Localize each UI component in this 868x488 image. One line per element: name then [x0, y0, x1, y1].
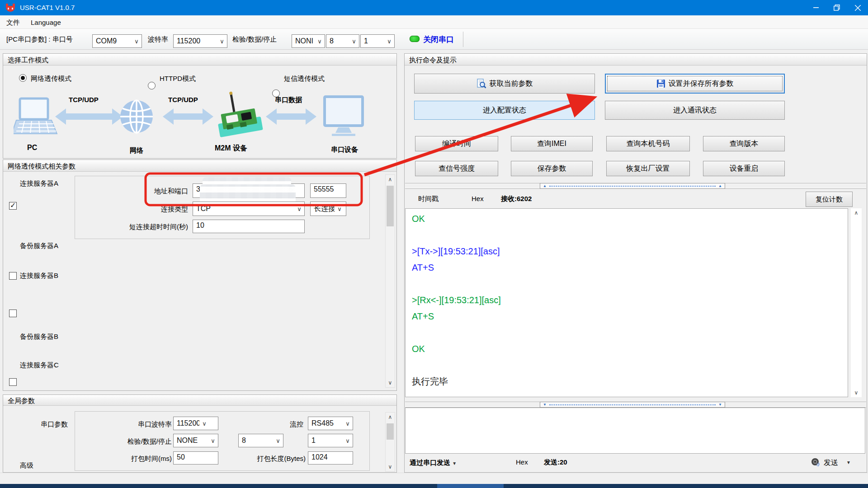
send-speaker-icon: [810, 456, 822, 468]
parity-select[interactable]: NONI∨: [292, 34, 325, 48]
compile-time-button[interactable]: 编译时间: [415, 136, 498, 151]
node-label-network: 网络: [130, 146, 143, 155]
save-params-button[interactable]: 保存参数: [511, 161, 593, 176]
window-title: USR-CAT1 V1.0.7: [20, 4, 75, 11]
scroll-up-icon[interactable]: ∧: [386, 413, 395, 422]
close-serial-button[interactable]: 关闭串口: [423, 34, 454, 45]
gp-flow-select[interactable]: RS485∨: [308, 417, 353, 430]
check-icon: ✓: [10, 201, 16, 210]
send-via-serial-dropdown[interactable]: 通过串口发送 ▼: [410, 459, 457, 467]
send-button[interactable]: 发送: [824, 458, 838, 468]
log-line: [406, 227, 848, 243]
gp-packlen-input[interactable]: 1024: [308, 451, 353, 465]
backup-server-a-checkbox[interactable]: [9, 272, 17, 280]
send-input-area[interactable]: [405, 408, 865, 454]
serial-device-icon: [325, 97, 363, 136]
pc-serial-label: [PC串口参数] : 串口号: [6, 35, 73, 44]
backup-server-b-checkbox[interactable]: [9, 378, 17, 386]
scroll-up-icon[interactable]: ∧: [386, 175, 395, 184]
scrollbar-thumb[interactable]: [387, 186, 394, 226]
reset-count-button[interactable]: 复位计数: [806, 192, 853, 207]
restore-button[interactable]: [826, 0, 847, 15]
short-timeout-input[interactable]: 10: [193, 220, 305, 233]
radio-net-transparent-mode[interactable]: [19, 74, 27, 82]
gp-baud-select[interactable]: 115200∨: [173, 417, 218, 430]
gp-parity-select[interactable]: NONE∨: [173, 434, 218, 447]
log-line: 执行完毕: [406, 373, 848, 389]
device-restart-button[interactable]: 设备重启: [703, 161, 785, 176]
log-splitter-handle[interactable]: ▲▲: [540, 183, 725, 189]
menu-language[interactable]: Language: [28, 18, 64, 27]
link-label-serial-data: 串口数据: [275, 96, 302, 104]
node-label-m2m: M2M 设备: [215, 144, 247, 153]
baud-select[interactable]: 115200∨: [173, 34, 227, 48]
query-signal-button[interactable]: 查信号强度: [415, 161, 498, 176]
sent-count: 发送:20: [544, 458, 567, 467]
window-bottom-strip: [0, 473, 868, 484]
network-globe-icon: [120, 100, 153, 133]
send-splitter-handle[interactable]: ▼▼: [540, 402, 725, 408]
enter-comm-button[interactable]: 进入通讯状态: [605, 101, 785, 120]
minimize-button[interactable]: [806, 0, 826, 15]
log-output[interactable]: OK >[Tx->][19:53:21][asc] AT+S >[Rx<-][1…: [405, 208, 848, 397]
get-params-button[interactable]: 获取当前参数: [414, 74, 595, 94]
timestamp-label: 时间戳: [418, 195, 439, 203]
stopbits-select[interactable]: 1∨: [360, 34, 395, 48]
taskbar-strip: [0, 484, 868, 488]
link-label-tcpudp-1: TCP/UDP: [69, 96, 99, 103]
gp-packlen-label: 打包长度(Bytes): [242, 455, 306, 463]
radio-httpd-label: HTTPD模式: [160, 75, 196, 83]
scroll-up-icon[interactable]: ∧: [851, 208, 862, 217]
conn-mode-select[interactable]: 长连接∨: [310, 202, 346, 216]
send-options-dropdown[interactable]: ▼: [846, 460, 851, 465]
radio-dot: [21, 76, 25, 80]
triangle-up-icon: ▲: [718, 184, 722, 188]
gp-packtime-input[interactable]: 50: [173, 451, 218, 465]
gp-databits-select[interactable]: 8∨: [238, 434, 283, 447]
com-port-select[interactable]: COM9∨: [92, 34, 142, 48]
server-b-checkbox[interactable]: [9, 310, 17, 317]
chevron-down-icon: ▼: [452, 461, 457, 466]
chevron-down-icon: ∨: [343, 420, 353, 427]
radio-net-transparent-label: 网络透传模式: [31, 75, 71, 83]
scroll-down-icon[interactable]: ∨: [386, 378, 395, 387]
log-scrollbar[interactable]: ∧ ∨: [851, 208, 862, 397]
global-params-scrollbar[interactable]: ∧ ∨: [385, 412, 395, 472]
serial-toolbar: [PC串口参数] : 串口号 COM9∨ 波特率 115200∨ 检验/数据/停…: [0, 29, 868, 50]
app-logo-icon: [5, 3, 15, 12]
set-save-params-button[interactable]: 设置并保存所有参数: [605, 74, 785, 94]
hex-send-label: Hex: [516, 458, 528, 466]
radio-httpd-mode[interactable]: [148, 82, 156, 89]
scrollbar-thumb[interactable]: [387, 423, 394, 440]
advanced-label: 高级: [20, 461, 33, 470]
gp-baud-label: 串口波特率: [118, 420, 172, 429]
close-icon[interactable]: [847, 0, 868, 15]
databits-select[interactable]: 8∨: [326, 34, 359, 48]
splitter-dots: [549, 186, 716, 187]
triangle-down-icon: ▼: [718, 403, 722, 407]
query-version-button[interactable]: 查询版本: [703, 136, 785, 151]
net-params-scrollbar[interactable]: ∧ ∨: [385, 174, 395, 388]
commands-title: 执行命令及提示: [405, 54, 867, 66]
gp-parity-label: 检验/数据/停止: [113, 437, 172, 446]
server-a-checkbox[interactable]: ✓: [9, 202, 17, 210]
scroll-down-icon[interactable]: ∨: [851, 388, 862, 397]
m2m-device-icon: [213, 90, 263, 137]
chevron-down-icon: ∨: [199, 420, 209, 427]
serial-params-label: 串口参数: [18, 420, 68, 429]
query-imei-button[interactable]: 查询IMEI: [511, 136, 593, 151]
radio-sms-label: 短信透传模式: [284, 75, 325, 83]
query-number-button[interactable]: 查询本机号码: [606, 136, 690, 151]
node-label-serial-device: 串口设备: [331, 145, 358, 154]
menu-file[interactable]: 文件: [4, 18, 23, 28]
chevron-down-icon: ∨: [315, 38, 325, 45]
server-port-input[interactable]: 55555: [310, 183, 346, 198]
gp-stopbits-select[interactable]: 1∨: [308, 434, 353, 447]
log-line: OK: [406, 211, 848, 227]
scroll-down-icon[interactable]: ∨: [386, 462, 395, 471]
serial-status-led-icon: [410, 36, 420, 42]
enter-config-button[interactable]: 进入配置状态: [414, 101, 595, 120]
factory-reset-button[interactable]: 恢复出厂设置: [606, 161, 690, 176]
arrow-middle-icon: [163, 108, 213, 125]
conn-type-select[interactable]: TCP∨: [193, 202, 305, 216]
